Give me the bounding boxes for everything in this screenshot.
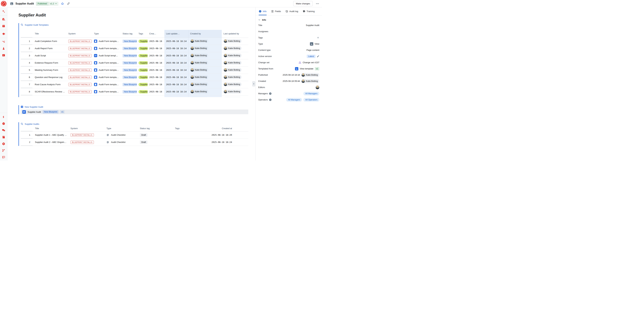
edit-pencil-icon[interactable] [317, 55, 319, 57]
row-created-date: 2025-08-18 [148, 37, 164, 45]
tab-audit-log[interactable]: Audit log [286, 7, 298, 15]
version-label: v1.2 [50, 2, 54, 5]
more-options-icon[interactable] [316, 2, 319, 5]
row-number: 1 [21, 37, 33, 45]
tab-training[interactable]: Training [302, 7, 314, 15]
add-tag-plus-icon[interactable] [317, 36, 319, 39]
col-last-update[interactable]: Last update… [164, 30, 188, 37]
sidebar-item-automations[interactable] [1, 114, 6, 120]
avatar [302, 73, 305, 77]
copy-link-button[interactable] [66, 2, 70, 6]
tag-badge: Supplier [138, 54, 148, 57]
table-row[interactable]: 8 SCAR Effectiveness Review Fo… BLUEPRIN… [21, 88, 248, 95]
sidebar-item-routing[interactable] [1, 39, 6, 45]
created-date: 2025-08-18 09:44 [282, 80, 300, 82]
sidebar-item-ai[interactable] [1, 8, 6, 14]
row-title[interactable]: Supplier Audit 2 - ABC Ongoin… [33, 139, 69, 146]
col-tags[interactable]: Tags [137, 30, 148, 37]
col-created[interactable]: Crea… [148, 30, 164, 37]
audits-section-link[interactable]: Supplier Audits [21, 122, 255, 126]
table-row[interactable]: 4 Evidence Request Form BLUEPRINT INSTAL… [21, 59, 248, 66]
table-row[interactable]: 1 Audit Completion Form BLUEPRINT INSTAL… [21, 37, 248, 45]
created-by-pill: Katie Botting [190, 82, 208, 86]
avatar [302, 79, 305, 83]
field-templated-from-value[interactable]: View template [300, 67, 313, 70]
col-title[interactable]: Title [33, 126, 69, 131]
tab-fields[interactable]: Fields [271, 7, 281, 15]
row-title[interactable]: Evidence Request Form [33, 59, 67, 66]
editor-avatar[interactable] [316, 85, 319, 89]
table-row[interactable]: 2 Supplier Audit 2 - ABC Ongoin… BLUEPRI… [21, 139, 248, 146]
templates-section-link[interactable]: Supplier Audit Templates [21, 23, 255, 26]
info-section-toggle[interactable]: Info [258, 17, 319, 22]
new-audit-section-link[interactable]: New Supplier Audit [21, 105, 255, 108]
status-badge: New Blueprint [122, 61, 137, 64]
sidebar-item-approvals[interactable] [1, 121, 6, 126]
col-system[interactable]: System [69, 126, 105, 131]
managers-info-icon[interactable]: i [269, 92, 272, 95]
table-row[interactable]: 3 Audit Script BLUEPRINT INSTALLS Audit … [21, 52, 248, 59]
sidebar-divider [0, 15, 8, 15]
system-badge: BLUEPRINT INSTALLS [68, 47, 92, 50]
col-last-update[interactable]: Last update [234, 126, 248, 131]
row-title[interactable]: Audit Completion Form [33, 37, 67, 45]
sidebar-item-versioning[interactable] [1, 148, 6, 153]
operators-info-icon[interactable]: i [269, 99, 272, 101]
col-type[interactable]: Type [92, 30, 121, 37]
info-panel-body: Info Title Supplier Audit Assignees Tags… [256, 15, 322, 103]
table-row[interactable]: 9 SCAR Form BLUEPRINT INSTALLS Audit For… [21, 95, 248, 97]
row-title[interactable]: Audit Script [33, 52, 67, 59]
sidebar-item-learning[interactable] [1, 31, 6, 37]
row-title[interactable]: SCAR Form [33, 95, 67, 97]
row-title[interactable]: Root Cause Analysis Form [33, 81, 67, 88]
row-title[interactable]: Supplier Audit 1 - ABC Qualify … [33, 131, 69, 139]
sidebar-item-records[interactable] [1, 52, 6, 58]
system-badge: BLUEPRINT INSTALLS [68, 61, 92, 64]
sidebar-item-data-explorer[interactable] [1, 16, 6, 22]
operators-pill[interactable]: All Operators [303, 98, 319, 102]
col-tags[interactable]: Tags [173, 126, 205, 131]
operators-pill[interactable]: All Managers [286, 98, 302, 102]
new-audit-item[interactable]: Supplier Audit New Blueprint v1 [21, 109, 248, 114]
sidebar-item-inbox[interactable] [1, 23, 6, 29]
row-title[interactable]: SCAR Effectiveness Review Fo… [33, 88, 67, 95]
tag-badge: Supplier [138, 39, 148, 43]
field-managers-label: Managers [258, 92, 268, 95]
latest-version-badge[interactable]: Latest [307, 55, 316, 58]
sidebar-item-training-station[interactable] [1, 154, 6, 160]
table-row[interactable]: 1 Supplier Audit 1 - ABC Qualify … BLUEP… [21, 131, 248, 139]
col-created-by[interactable]: Created by [188, 30, 222, 37]
field-change-set-value[interactable]: Change set #237 [303, 61, 319, 64]
col-system[interactable]: System [67, 30, 92, 37]
table-row[interactable]: 2 Audit Report Form BLUEPRINT INSTALLS A… [21, 45, 248, 52]
make-changes-button[interactable]: Make changes [293, 1, 312, 6]
table-row[interactable]: 6 Question and Response Log BLUEPRINT IN… [21, 74, 248, 81]
chevron-down-icon [55, 3, 57, 4]
field-type-value: View [314, 43, 319, 45]
sidebar-item-library[interactable] [1, 134, 6, 140]
col-status-tag[interactable]: Status tag [138, 126, 173, 131]
col-status-tag[interactable]: Status tag [121, 30, 137, 37]
row-created-date: 2025-08-18 [148, 59, 164, 66]
row-created-date: 2025-08-18 [148, 45, 164, 52]
panel-collapse-button[interactable] [252, 81, 255, 86]
row-title[interactable]: Audit Report Form [33, 45, 67, 52]
tab-info[interactable]: Info [259, 7, 266, 15]
sidebar-item-lab[interactable] [1, 46, 6, 51]
row-title[interactable]: Meeting Summary Form [33, 66, 67, 74]
col-type[interactable]: Type [105, 126, 138, 131]
version-status-dropdown[interactable]: Published v1.2 [36, 2, 58, 6]
row-number: 9 [21, 95, 33, 97]
row-title[interactable]: Question and Response Log [33, 74, 67, 81]
col-last-updated-by[interactable]: Last updated by [222, 30, 248, 37]
sidebar-item-messages[interactable] [1, 127, 6, 133]
col-created-at[interactable]: Created at [205, 126, 234, 131]
favorite-star-button[interactable] [60, 2, 64, 6]
sidebar-item-settings[interactable] [1, 141, 6, 147]
table-row[interactable]: 5 Meeting Summary Form BLUEPRINT INSTALL… [21, 66, 248, 74]
managers-pill[interactable]: All Managers [303, 92, 319, 95]
field-title: Title Supplier Audit [258, 22, 319, 28]
col-title[interactable]: Title [33, 30, 67, 37]
app-logo[interactable] [0, 0, 8, 7]
table-row[interactable]: 7 Root Cause Analysis Form BLUEPRINT INS… [21, 81, 248, 88]
